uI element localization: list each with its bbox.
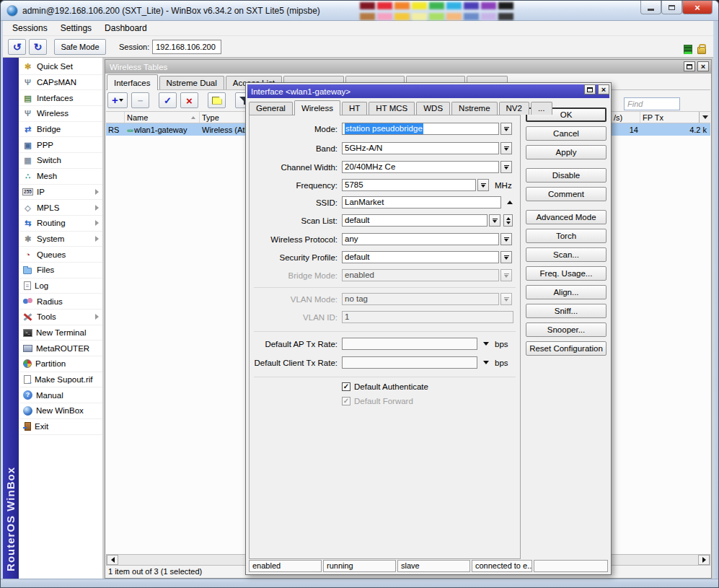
frequency-input[interactable]: 5785 (342, 179, 476, 191)
sidebar-item-system[interactable]: System (19, 232, 102, 247)
security-profile-dropdown-button[interactable] (500, 251, 512, 263)
vlan-mode-dropdown-button (500, 293, 512, 305)
band-dropdown-button[interactable] (500, 142, 512, 154)
sidebar-item-new-terminal[interactable]: New Terminal (19, 325, 102, 341)
cancel-button[interactable]: Cancel (526, 126, 606, 141)
find-input[interactable] (624, 97, 680, 110)
dialog-buttons: OK Cancel Apply Disable Comment Advanced… (526, 107, 606, 356)
menu-settings[interactable]: Settings (54, 22, 98, 35)
security-profile-input[interactable]: default (342, 251, 499, 263)
sidebar-item-mpls[interactable]: MPLS (19, 200, 102, 216)
default-ap-tx-rate-input[interactable] (342, 338, 477, 350)
scan-list-dropdown-button[interactable] (489, 214, 500, 227)
sidebar-item-quick-set[interactable]: Quick Set (19, 59, 102, 75)
column-name[interactable]: Name (125, 112, 200, 123)
sidebar-item-log[interactable]: Log (19, 278, 102, 294)
tab-more[interactable]: ... (531, 102, 552, 115)
sidebar-item-make-supout[interactable]: Make Supout.rif (19, 372, 102, 388)
wireless-protocol-input[interactable]: any (342, 233, 499, 245)
tab-nstreme[interactable]: Nstreme (451, 102, 497, 115)
submenu-arrow-icon (95, 220, 99, 226)
comment-button[interactable]: Comment (526, 187, 606, 201)
align-button[interactable]: Align... (526, 285, 606, 299)
enable-button[interactable]: ✓ (159, 92, 177, 108)
scan-list-input[interactable]: default (342, 214, 488, 227)
tab-wds[interactable]: WDS (416, 102, 450, 115)
scroll-left-button[interactable] (107, 555, 118, 565)
column-flags[interactable] (106, 112, 125, 123)
sidebar-item-new-winbox[interactable]: New WinBox (19, 403, 102, 419)
wireless-tables-titlebar[interactable]: Wireless Tables × (105, 60, 711, 74)
session-input[interactable] (152, 40, 221, 54)
undo-button[interactable]: ↺ (8, 39, 26, 55)
menu-sessions[interactable]: Sessions (6, 22, 54, 35)
sidebar-item-routing[interactable]: Routing (19, 216, 102, 232)
close-button[interactable]: × (682, 1, 713, 14)
tab-ht-mcs[interactable]: HT MCS (369, 102, 415, 115)
tab-general[interactable]: General (249, 102, 293, 115)
sidebar-item-radius[interactable]: Radius (19, 294, 102, 310)
wt-close-button[interactable]: × (697, 61, 709, 71)
tab-nstreme-dual[interactable]: Nstreme Dual (159, 76, 224, 89)
frequency-dropdown-button[interactable] (477, 179, 489, 191)
sidebar-item-files[interactable]: Files (19, 263, 102, 278)
column-selector-button[interactable] (699, 112, 710, 123)
mode-input[interactable]: station pseudobridge (342, 123, 499, 135)
default-client-tx-rate-input[interactable] (342, 356, 477, 369)
redo-button[interactable]: ↻ (29, 39, 47, 55)
comment-button[interactable] (208, 92, 226, 108)
sidebar-item-mesh[interactable]: Mesh (19, 169, 102, 185)
wt-restore-button[interactable] (684, 61, 695, 71)
sidebar-item-manual[interactable]: Manual (19, 387, 102, 403)
tab-wireless[interactable]: Wireless (294, 100, 340, 115)
column-packets[interactable]: /s) (612, 112, 640, 123)
add-button[interactable]: + (107, 92, 128, 108)
field-band: Band: 5GHz-A/N (250, 142, 520, 154)
sidebar-item-ip[interactable]: IP (19, 185, 102, 201)
sidebar-item-exit[interactable]: Exit (19, 419, 102, 435)
tab-ht[interactable]: HT (342, 102, 367, 115)
remove-button[interactable]: − (131, 92, 149, 108)
snooper-button[interactable]: Snooper... (526, 322, 606, 337)
channel-width-dropdown-button[interactable] (500, 161, 512, 173)
sidebar-item-tools[interactable]: Tools (19, 310, 102, 325)
ap-tx-rate-expand-button[interactable] (483, 342, 489, 346)
disable-button[interactable]: × (180, 92, 198, 108)
sidebar-item-bridge[interactable]: Bridge (19, 122, 102, 138)
wireless-protocol-dropdown-button[interactable] (500, 233, 512, 245)
ssid-collapse-button[interactable] (507, 201, 513, 204)
dialog-maximize-button[interactable] (584, 84, 596, 95)
sniff-button[interactable]: Sniff... (526, 304, 606, 318)
freq-usage-button[interactable]: Freq. Usage... (526, 266, 606, 281)
default-authenticate-checkbox[interactable] (342, 382, 350, 391)
advanced-mode-button[interactable]: Advanced Mode (526, 210, 606, 224)
sidebar-item-partition[interactable]: Partition (19, 356, 102, 372)
scroll-right-button[interactable] (698, 555, 710, 565)
menu-dashboard[interactable]: Dashboard (98, 22, 154, 35)
sidebar-item-switch[interactable]: Switch (19, 153, 102, 169)
band-input[interactable]: 5GHz-A/N (342, 142, 499, 154)
mode-dropdown-button[interactable] (500, 123, 512, 135)
client-tx-rate-expand-button[interactable] (483, 361, 489, 364)
minimize-button[interactable] (640, 1, 661, 14)
maximize-button[interactable] (661, 1, 682, 14)
apply-button[interactable]: Apply (526, 145, 606, 159)
sidebar-item-metarouter[interactable]: MetaROUTER (19, 341, 102, 356)
channel-width-input[interactable]: 20/40MHz Ce (342, 161, 499, 173)
sidebar-item-queues[interactable]: Queues (19, 247, 102, 263)
dialog-close-button[interactable]: × (598, 84, 609, 95)
scan-list-add-remove-button[interactable] (503, 214, 513, 227)
dialog-titlebar[interactable]: Interface <wlan1-gateway> (247, 84, 609, 98)
sidebar-item-wireless[interactable]: Wireless (19, 106, 102, 122)
sidebar-item-ppp[interactable]: PPP (19, 137, 102, 153)
tab-interfaces[interactable]: Interfaces (107, 74, 158, 90)
disable-button[interactable]: Disable (526, 168, 606, 183)
sidebar-item-capsman[interactable]: CAPsMAN (19, 75, 102, 91)
sidebar-item-interfaces[interactable]: Interfaces (19, 90, 102, 106)
safe-mode-button[interactable]: Safe Mode (54, 39, 106, 55)
ssid-input[interactable]: LanMarket (342, 196, 501, 209)
reset-configuration-button[interactable]: Reset Configuration (526, 341, 606, 356)
scan-button[interactable]: Scan... (526, 247, 606, 262)
tab-nv2[interactable]: NV2 (499, 102, 529, 115)
torch-button[interactable]: Torch (526, 229, 606, 243)
